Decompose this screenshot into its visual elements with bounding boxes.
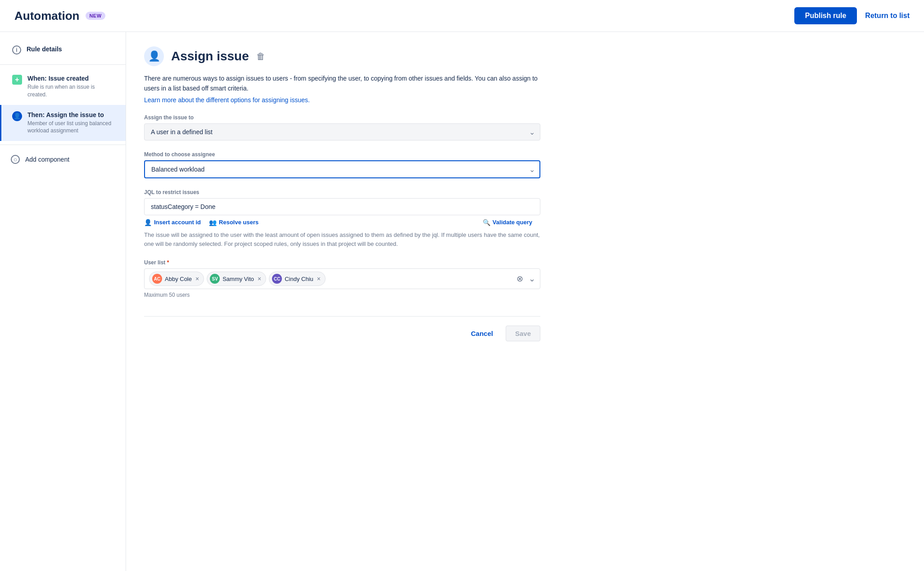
content-header: 👤 Assign issue 🗑	[144, 46, 540, 66]
assign-to-select-wrapper: A user in a defined list ⌄	[144, 123, 540, 140]
header-left: Automation NEW	[14, 9, 105, 23]
method-select[interactable]: Balanced workload	[144, 160, 540, 178]
user-name-cindy: Cindy Chiu	[285, 276, 313, 282]
delete-icon[interactable]: 🗑	[256, 51, 265, 62]
sidebar-item-then[interactable]: 👤 Then: Assign the issue to Member of us…	[0, 105, 126, 141]
user-list-section: User list * AC Abby Cole × SV Sammy Vito…	[144, 259, 540, 298]
user-name-sammy: Sammy Vito	[222, 276, 254, 282]
jql-actions: 👤 Insert account id 👥 Resolve users 🔍 Va…	[144, 219, 540, 226]
remove-cindy-button[interactable]: ×	[317, 275, 321, 282]
sidebar-item-add-component[interactable]: ○ Add component	[0, 149, 126, 170]
insert-account-icon: 👤	[144, 219, 152, 226]
required-indicator: *	[167, 259, 169, 266]
remove-abby-button[interactable]: ×	[195, 275, 199, 282]
main-layout: i Rule details + When: Issue created Rul…	[0, 32, 924, 571]
assign-icon: 👤	[12, 111, 22, 121]
sidebar-add-label: Add component	[25, 156, 69, 163]
resolve-users-icon: 👥	[209, 219, 217, 226]
add-component-circle-icon: ○	[11, 155, 20, 164]
app-header: Automation NEW Publish rule Return to li…	[0, 0, 924, 32]
sidebar-then-sub: Member of user list using balanced workl…	[27, 120, 115, 135]
avatar-abby: AC	[152, 274, 162, 284]
method-label: Method to choose assignee	[144, 151, 540, 158]
app-title: Automation	[14, 9, 79, 23]
page-title: Assign issue	[171, 49, 249, 63]
plus-icon: +	[12, 75, 22, 85]
main-content: 👤 Assign issue 🗑 There are numerous ways…	[126, 32, 558, 571]
jql-label: JQL to restrict issues	[144, 189, 540, 195]
clear-all-button[interactable]: ⊗	[514, 273, 525, 284]
cancel-button[interactable]: Cancel	[464, 326, 500, 341]
publish-rule-button[interactable]: Publish rule	[794, 7, 857, 24]
header-right: Publish rule Return to list	[794, 7, 910, 24]
user-chip-abby: AC Abby Cole ×	[149, 272, 204, 286]
user-list-chevron-icon[interactable]: ⌄	[529, 274, 535, 284]
assign-to-section: Assign the issue to A user in a defined …	[144, 114, 540, 140]
assign-to-select[interactable]: A user in a defined list	[144, 123, 540, 140]
method-select-wrapper: Balanced workload ⌄	[144, 160, 540, 178]
sidebar-when-label: When: Issue created	[27, 75, 115, 82]
validate-query-link[interactable]: 🔍 Validate query	[483, 219, 532, 226]
save-button[interactable]: Save	[506, 326, 540, 341]
info-icon: i	[12, 45, 21, 54]
user-list-controls: ⊗ ⌄	[514, 273, 535, 284]
content-footer: Cancel Save	[144, 316, 540, 341]
resolve-users-label: Resolve users	[219, 219, 258, 226]
max-users-note: Maximum 50 users	[144, 292, 540, 298]
sidebar-item-when[interactable]: + When: Issue created Rule is run when a…	[0, 68, 126, 105]
jql-input[interactable]	[144, 198, 540, 215]
insert-account-label: Insert account id	[154, 219, 201, 226]
avatar-sammy: SV	[210, 274, 220, 284]
assign-issue-icon-large: 👤	[144, 46, 164, 66]
validate-query-label: Validate query	[493, 219, 532, 226]
user-list-label: User list *	[144, 259, 540, 266]
new-badge: NEW	[86, 12, 105, 20]
remove-sammy-button[interactable]: ×	[258, 275, 261, 282]
sidebar-rule-details-label: Rule details	[27, 45, 62, 53]
content-description: There are numerous ways to assign issues…	[144, 73, 540, 94]
user-chip-sammy: SV Sammy Vito ×	[207, 272, 266, 286]
sidebar-item-rule-details[interactable]: i Rule details	[0, 39, 126, 61]
sidebar-divider-1	[0, 64, 126, 65]
sidebar-divider-2	[0, 145, 126, 145]
avatar-cindy: CC	[272, 274, 282, 284]
return-to-list-button[interactable]: Return to list	[865, 12, 910, 20]
user-list-field[interactable]: AC Abby Cole × SV Sammy Vito × CC Cindy …	[144, 268, 540, 289]
user-name-abby: Abby Cole	[165, 276, 192, 282]
jql-section: JQL to restrict issues 👤 Insert account …	[144, 189, 540, 249]
sidebar-then-label: Then: Assign the issue to	[27, 111, 115, 118]
learn-more-link[interactable]: Learn more about the different options f…	[144, 96, 310, 104]
validate-query-icon: 🔍	[483, 219, 490, 226]
insert-account-id-link[interactable]: 👤 Insert account id	[144, 219, 201, 226]
balanced-desc: The issue will be assigned to the user w…	[144, 231, 540, 249]
assign-to-label: Assign the issue to	[144, 114, 540, 121]
resolve-users-link[interactable]: 👥 Resolve users	[209, 219, 258, 226]
user-chip-cindy: CC Cindy Chiu ×	[269, 272, 326, 286]
method-section: Method to choose assignee Balanced workl…	[144, 151, 540, 178]
sidebar-when-sub: Rule is run when an issue is created.	[27, 83, 115, 99]
sidebar: i Rule details + When: Issue created Rul…	[0, 32, 126, 571]
